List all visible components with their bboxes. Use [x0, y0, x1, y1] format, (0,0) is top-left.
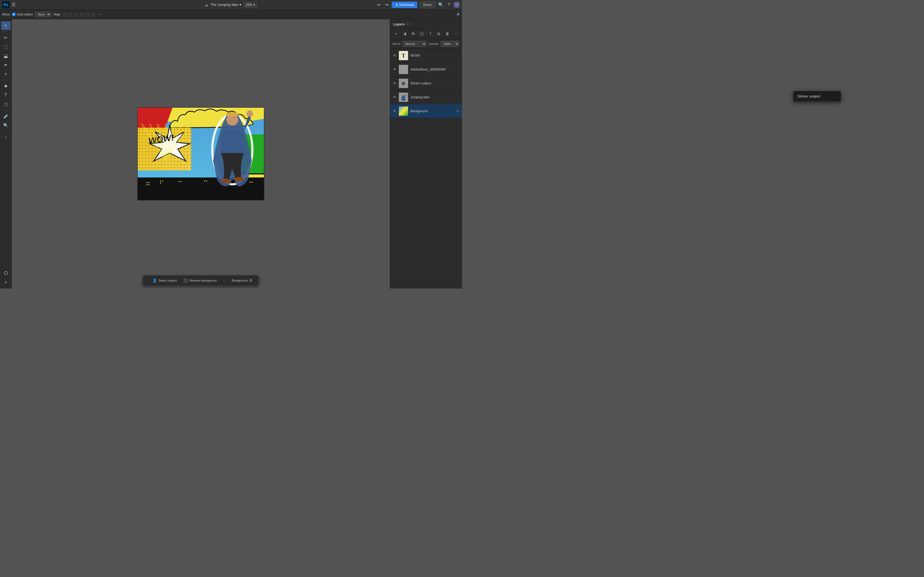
svg-rect-32: [149, 184, 149, 185]
svg-rect-11: [146, 180, 152, 200]
layer-item-jumping-man[interactable]: 👁 Jumping Man: [390, 90, 462, 104]
opacity-label: Opacity: [428, 42, 438, 45]
search-icon[interactable]: 🔍: [437, 2, 444, 8]
layer-visibility-man[interactable]: 👁: [393, 95, 396, 99]
layers-title: Layers: [393, 22, 404, 26]
layers-stack-button[interactable]: ⧉: [435, 30, 442, 37]
svg-rect-35: [160, 183, 161, 184]
shape-tool[interactable]: ⬡: [1, 100, 11, 108]
toolbar-separator-3: [3, 110, 9, 110]
none-dropdown[interactable]: None: [35, 12, 51, 17]
layer-item-background[interactable]: 👁 Background ⚙: [390, 104, 462, 118]
canvas-area: WOW!: [12, 19, 390, 288]
delete-layer-button[interactable]: 🗑: [444, 30, 451, 37]
align-top-icon[interactable]: ⬚: [79, 12, 84, 17]
pen-tool[interactable]: ✒: [1, 61, 11, 69]
align-bottom-icon[interactable]: ⬚: [90, 12, 96, 17]
sunburst: [141, 124, 191, 161]
lasso-tool[interactable]: ⬓: [1, 52, 11, 60]
background-settings-icon[interactable]: ⚙: [249, 278, 253, 283]
opacity-select[interactable]: 100%: [441, 41, 459, 47]
svg-rect-17: [185, 183, 189, 200]
context-more-button[interactable]: ···: [220, 277, 228, 284]
hamburger-menu[interactable]: ☰: [12, 2, 16, 7]
layer-thumb-bg: [399, 106, 408, 116]
align-middle-h-icon[interactable]: ⬚: [85, 12, 90, 17]
layer-visibility-bg[interactable]: 👁: [393, 109, 396, 113]
transform-warp-tool[interactable]: ↕: [1, 133, 11, 142]
sticker-thumb-icon: [399, 79, 408, 88]
type-tool[interactable]: T: [1, 91, 11, 99]
zoom-control[interactable]: 25% ▾: [244, 2, 257, 8]
download-label: Download: [399, 3, 414, 7]
context-bar: 👤 Select subject ⬛ Remove background ···…: [143, 275, 259, 286]
remove-background-button[interactable]: ⬛ Remove background: [181, 277, 220, 284]
redo-button[interactable]: ↪: [384, 2, 389, 8]
layer-name-stock: AdobeStock_163006009: [410, 68, 459, 71]
layers-info-icon[interactable]: ⓘ: [406, 22, 409, 26]
help-icon[interactable]: ?: [447, 2, 451, 8]
auto-select-input[interactable]: [12, 13, 16, 16]
select-subject-button[interactable]: 👤 Select subject: [150, 277, 179, 284]
adjustment-layer-button[interactable]: ◑: [401, 30, 408, 37]
layers-more-button[interactable]: ···: [452, 30, 459, 37]
fx-button[interactable]: fx: [410, 30, 417, 37]
layer-item-sticker[interactable]: 👁 Sticker subject: [390, 76, 462, 90]
layer-name-bg: Background: [410, 109, 454, 113]
add-layer-button[interactable]: +: [393, 30, 400, 37]
align-left-icon[interactable]: ⬚: [63, 12, 68, 17]
layers-list: 👁 T WOW! 👁 AdobeStock_163006009 👁: [390, 48, 462, 288]
svg-rect-37: [181, 181, 182, 182]
none-select[interactable]: None: [35, 12, 51, 17]
layer-item-wow[interactable]: 👁 T WOW!: [390, 48, 462, 63]
svg-point-0: [4, 271, 8, 275]
layer-visibility-stock[interactable]: 👁: [393, 67, 396, 72]
svg-point-46: [247, 110, 253, 117]
canvas-container: WOW!: [137, 107, 265, 201]
ps-logo: Ps: [2, 1, 10, 8]
healing-tool[interactable]: ✚: [1, 82, 11, 90]
layer-thumb-man: [399, 92, 408, 102]
more-options-button[interactable]: ···: [98, 12, 101, 16]
layer-thumb-sticker: [399, 79, 408, 88]
transform-tool[interactable]: ⌖: [1, 70, 11, 78]
layer-thumb-wow: T: [399, 51, 408, 60]
align-icons-group: ⬚ ⬚ ⬚ ⬚ ⬚ ⬚: [63, 12, 96, 17]
svg-point-48: [234, 177, 244, 181]
svg-rect-9: [139, 183, 144, 200]
expand-tool[interactable]: »: [1, 278, 11, 286]
blend-select[interactable]: Normal: [402, 41, 426, 47]
align-right-icon[interactable]: ⬚: [74, 12, 79, 17]
undo-button[interactable]: ↩: [376, 2, 382, 8]
zoom-tool[interactable]: 🔍: [1, 121, 11, 130]
layer-item-stock[interactable]: 👁 AdobeStock_163006009: [390, 63, 462, 76]
eyedropper-tool[interactable]: 💉: [1, 112, 11, 121]
context-bar-left-sep: [147, 278, 148, 283]
share-button[interactable]: Share: [420, 2, 435, 8]
align-center-v-icon[interactable]: ⬚: [68, 12, 73, 17]
jumping-man-image: [207, 110, 258, 189]
layers-header: Layers ⓘ: [390, 19, 462, 28]
layer-visibility-sticker[interactable]: 👁: [393, 81, 396, 85]
download-button[interactable]: ⬇ Download: [392, 2, 417, 8]
mask-button[interactable]: ⬛: [418, 30, 425, 37]
svg-point-49: [402, 93, 404, 96]
layer-visibility-wow[interactable]: 👁: [393, 53, 396, 58]
marquee-tool[interactable]: ⬚: [1, 42, 11, 51]
close-button[interactable]: ✕: [456, 12, 460, 17]
options-bar: Move Auto-select None Align ⬚ ⬚ ⬚ ⬚ ⬚ ⬚ …: [0, 10, 462, 19]
avatar[interactable]: U: [454, 2, 460, 8]
eraser-tool[interactable]: [1, 269, 11, 277]
comic-canvas[interactable]: WOW!: [137, 107, 265, 201]
layer-bg-settings-icon[interactable]: ⚙: [456, 109, 459, 113]
text-layer-button[interactable]: T: [427, 30, 434, 37]
svg-rect-12: [153, 184, 158, 200]
brush-tool[interactable]: ✏: [1, 34, 11, 42]
auto-select-checkbox[interactable]: Auto-select: [12, 13, 32, 16]
left-toolbar: ↖ ✏ ⬚ ⬓ ✒ ⌖ ✚ T ⬡ 💉 🔍 ↕ »: [0, 19, 12, 288]
move-tool[interactable]: ↖: [1, 21, 11, 30]
background-label-group: Background ⚙: [229, 277, 255, 284]
layer-thumb-stock: [399, 64, 408, 74]
file-title[interactable]: The Jumping Man ▾: [210, 3, 241, 7]
title-chevron-icon[interactable]: ▾: [239, 3, 241, 7]
